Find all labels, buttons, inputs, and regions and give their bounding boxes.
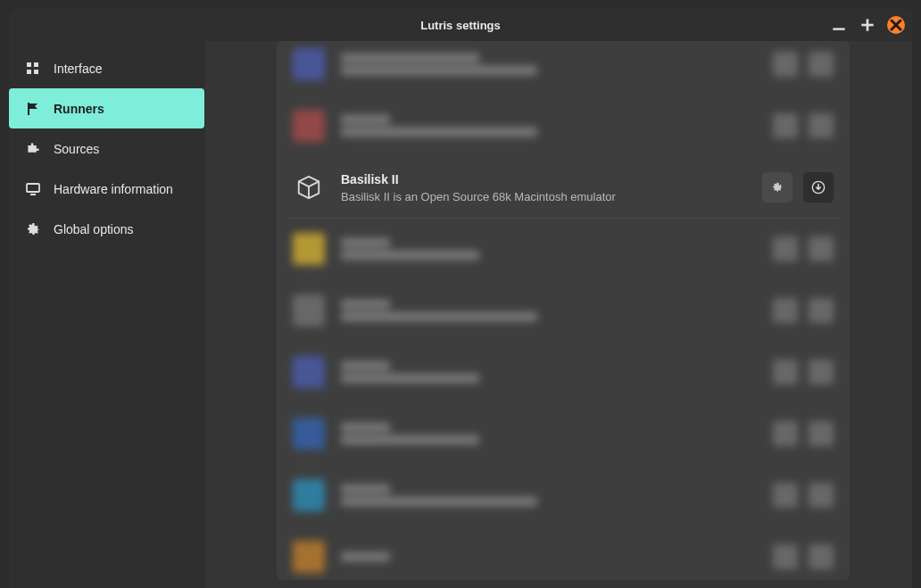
- runner-icon: [293, 48, 325, 80]
- sidebar-item-label: Global options: [54, 222, 134, 236]
- runner-desc: [341, 374, 479, 383]
- runner-desc: [341, 251, 479, 260]
- sidebar-item-label: Interface: [54, 62, 102, 76]
- sidebar-item-runners[interactable]: Runners: [9, 88, 204, 128]
- svg-rect-7: [28, 103, 29, 115]
- close-button[interactable]: [887, 16, 905, 34]
- svg-rect-2: [861, 24, 873, 27]
- runner-icon: [293, 541, 325, 573]
- runner-row[interactable]: [287, 403, 839, 465]
- download-button[interactable]: [803, 172, 834, 203]
- window-body: Interface Runners Sources Hardware infor…: [9, 41, 912, 588]
- runner-desc: [341, 435, 479, 444]
- runner-desc: [341, 497, 537, 506]
- runner-row[interactable]: [287, 219, 839, 280]
- runner-description: Basilisk II is an Open Source 68k Macint…: [341, 190, 746, 203]
- runner-row[interactable]: [287, 45, 839, 95]
- sidebar-item-sources[interactable]: Sources: [9, 128, 204, 169]
- runner-name: [341, 423, 390, 432]
- minimize-button[interactable]: [830, 16, 848, 34]
- runner-row-basilisk[interactable]: Basilisk II Basilisk II is an Open Sourc…: [287, 157, 839, 219]
- sidebar-item-label: Sources: [54, 142, 99, 156]
- runner-name: [341, 552, 390, 561]
- runner-row[interactable]: [287, 280, 839, 342]
- runner-actions: [762, 172, 834, 203]
- sidebar: Interface Runners Sources Hardware infor…: [9, 41, 205, 588]
- svg-rect-3: [27, 62, 31, 67]
- window-controls: [830, 16, 905, 34]
- monitor-icon: [25, 181, 41, 197]
- sidebar-item-label: Runners: [54, 102, 104, 116]
- svg-rect-8: [27, 184, 39, 192]
- runner-list[interactable]: Basilisk II Basilisk II is an Open Sourc…: [277, 41, 850, 580]
- puzzle-icon: [25, 141, 41, 157]
- runner-row[interactable]: [287, 95, 839, 157]
- cube-icon: [293, 171, 325, 203]
- grid-icon: [25, 61, 41, 77]
- runner-icon: [293, 418, 325, 450]
- settings-window: Lutris settings Interface: [9, 9, 912, 588]
- runner-name: [341, 54, 479, 62]
- sidebar-item-global[interactable]: Global options: [9, 209, 204, 249]
- configure-button[interactable]: [762, 172, 792, 203]
- runner-desc: [341, 66, 537, 75]
- runner-name: [341, 484, 390, 493]
- runner-name: Basilisk II: [341, 172, 746, 186]
- titlebar: Lutris settings: [9, 9, 912, 41]
- runner-icon: [293, 294, 325, 327]
- runner-name: [341, 115, 390, 124]
- sidebar-item-hardware[interactable]: Hardware information: [9, 169, 204, 209]
- svg-rect-6: [34, 70, 38, 74]
- gear-icon: [25, 221, 41, 237]
- runner-icon: [293, 479, 325, 511]
- sidebar-item-label: Hardware information: [54, 182, 173, 196]
- svg-rect-4: [34, 62, 38, 67]
- runner-icon: [293, 110, 325, 142]
- maximize-button[interactable]: [859, 16, 876, 34]
- runner-desc: [341, 312, 537, 321]
- runner-desc: [341, 128, 537, 137]
- runner-row[interactable]: [287, 465, 839, 526]
- runner-name: [341, 238, 390, 247]
- runner-row[interactable]: [287, 342, 839, 403]
- flag-icon: [25, 101, 41, 117]
- runner-row[interactable]: [287, 526, 839, 576]
- runner-name: [341, 361, 390, 370]
- sidebar-item-interface[interactable]: Interface: [9, 48, 204, 88]
- svg-rect-5: [27, 70, 31, 74]
- runner-icon: [293, 233, 325, 265]
- window-title: Lutris settings: [420, 19, 501, 32]
- runner-icon: [293, 356, 325, 388]
- runner-name: [341, 300, 390, 309]
- content-pane: Basilisk II Basilisk II is an Open Sourc…: [205, 41, 912, 588]
- svg-rect-0: [833, 28, 844, 30]
